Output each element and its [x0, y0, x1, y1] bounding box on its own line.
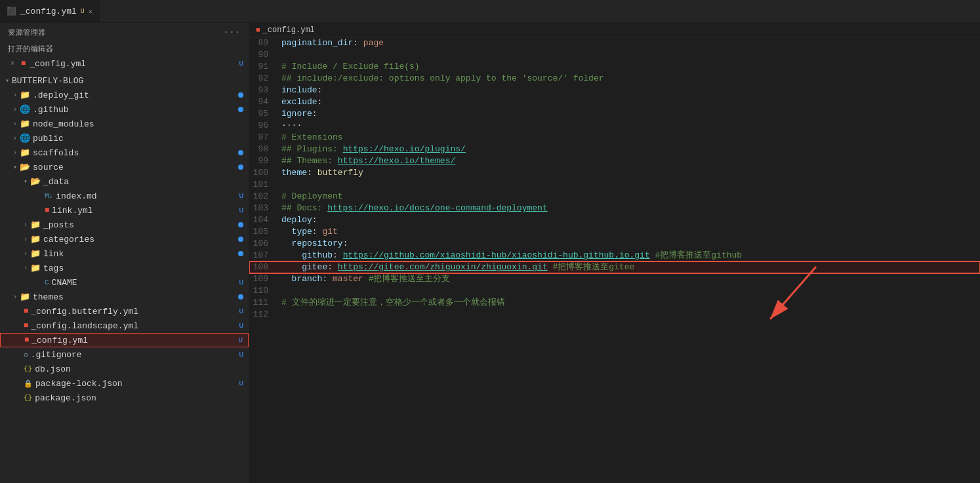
tree-item-data[interactable]: ▾ 📂 _data	[0, 174, 249, 189]
line-number: 93	[249, 85, 279, 96]
tree-item-config-landscape[interactable]: ■ _config.landscape.yml U	[0, 319, 249, 333]
line-content: ## Plugins: https://hexo.io/plugins/	[279, 144, 980, 155]
modified-dot	[238, 237, 243, 242]
code-line-103: 103## Docs: https://hexo.io/docs/one-com…	[249, 203, 980, 214]
tree-item-label: _config.landscape.yml	[31, 321, 138, 331]
breadcrumb: ■ _config.yml	[249, 23, 980, 37]
line-content	[279, 285, 980, 297]
modified-badge: U	[239, 351, 243, 358]
code-line-102: 102# Deployment	[249, 191, 980, 203]
tree-item-github[interactable]: › 🌐 .github	[0, 102, 249, 117]
line-number: 97	[249, 132, 279, 144]
code-line-109: 109 branch: master #把博客推送至主分支	[249, 273, 980, 285]
open-editor-config-yml[interactable]: × ■ _config.yml U	[0, 56, 249, 71]
tree-item-link-yml[interactable]: ■ link.yml U	[0, 203, 249, 218]
tree-item-gitignore[interactable]: ⚙ .gitignore U	[0, 347, 249, 362]
line-content: ## Themes: https://hexo.io/themes/	[279, 155, 980, 167]
code-line-91: 91# Include / Exclude file(s)	[249, 61, 980, 73]
tree-item-cname[interactable]: C CNAME U	[0, 275, 249, 290]
modified-badge: U	[239, 379, 243, 387]
line-content: gitee: https://gitee.com/zhiguoxin/zhigu…	[279, 261, 980, 273]
tree-item-label: db.json	[35, 364, 71, 374]
line-content	[279, 309, 980, 320]
line-content: ## Docs: https://hexo.io/docs/one-comman…	[279, 203, 980, 214]
line-number: 108	[249, 261, 279, 273]
tree-item-package-json[interactable]: {} package.json	[0, 391, 249, 405]
tree-item-label: link	[43, 249, 64, 259]
tree-item-categories[interactable]: › 📁 categories	[0, 232, 249, 246]
file-yml-icon: ■	[24, 321, 28, 330]
line-content: ····	[279, 120, 980, 132]
editor-content[interactable]: 89pagination_dir: page90 91# Include / E…	[249, 37, 980, 483]
tree-item-node-modules[interactable]: › 📁 node_modules	[0, 117, 249, 131]
tree-item-source[interactable]: ▾ 📂 source	[0, 160, 249, 174]
chevron-right-icon: ›	[13, 149, 17, 157]
modified-badge: U	[239, 279, 243, 286]
tree-item-public[interactable]: › 🌐 public	[0, 131, 249, 145]
modified-badge: U	[239, 206, 243, 214]
modified-dot	[238, 294, 243, 299]
globe-icon: 🌐	[20, 104, 30, 115]
line-content	[279, 49, 980, 61]
line-number: 91	[249, 61, 279, 73]
folder-icon: 📁	[30, 248, 41, 259]
folder-icon: 📁	[20, 90, 30, 100]
code-line-99: 99## Themes: https://hexo.io/themes/	[249, 155, 980, 167]
tree-item-package-lock[interactable]: 🔒 package-lock.json U	[0, 376, 249, 391]
tree-item-themes[interactable]: › 📁 themes	[0, 290, 249, 304]
chevron-down-icon: ▾	[5, 77, 9, 85]
line-number: 92	[249, 73, 279, 85]
code-line-107: 107 github: https://github.com/xiaoshidi…	[249, 250, 980, 261]
chevron-right-icon: ›	[13, 135, 17, 142]
globe-icon: 🌐	[20, 133, 30, 144]
tree-item-label: link.yml	[52, 206, 92, 216]
code-line-104: 104deploy:	[249, 214, 980, 226]
close-icon[interactable]: ×	[10, 60, 14, 68]
line-content: ignore:	[279, 108, 980, 120]
sidebar-menu-dots[interactable]: ···	[223, 27, 241, 37]
tree-item-index-md[interactable]: M↓ index.md U	[0, 189, 249, 203]
file-yml-icon: ■	[21, 59, 26, 68]
tree-item-scaffolds[interactable]: › 📁 scaffolds	[0, 145, 249, 160]
tree-item-label: package-lock.json	[35, 379, 123, 389]
tree-item-label: index.md	[56, 191, 96, 201]
line-number: 99	[249, 155, 279, 167]
line-content: github: https://github.com/xiaoshidi-hub…	[279, 250, 980, 261]
tree-item-config-yml[interactable]: ■ _config.yml U	[0, 333, 249, 347]
tree-item-config-butterfly[interactable]: ■ _config.butterfly.yml U	[0, 304, 249, 319]
code-line-93: 93include:	[249, 85, 980, 96]
code-line-105: 105 type: git	[249, 226, 980, 238]
line-number: 106	[249, 238, 279, 250]
line-content: theme: butterfly	[279, 167, 980, 179]
tree-item-posts[interactable]: › 📁 _posts	[0, 218, 249, 232]
tree-item-label: .gitignore	[31, 350, 82, 360]
tree-item-label: .deploy_git	[33, 90, 89, 100]
line-content: ## include:/exclude: options only apply …	[279, 73, 980, 85]
line-number: 110	[249, 285, 279, 297]
tree-item-db-json[interactable]: {} db.json	[0, 362, 249, 376]
line-number: 100	[249, 167, 279, 179]
tab-close-button[interactable]: ✕	[89, 7, 93, 16]
file-yml-icon: ■	[24, 307, 28, 316]
folder-icon: 📁	[20, 119, 30, 129]
tree-item-deploy-git[interactable]: › 📁 .deploy_git	[0, 88, 249, 102]
tree-root[interactable]: ▾ BUTTERFLY-BLOG	[0, 73, 249, 88]
folder-icon: 📁	[30, 263, 41, 273]
tree-item-label: scaffolds	[33, 148, 79, 158]
tab-config-yml[interactable]: ⬛ _config.yml U ✕	[0, 0, 100, 22]
tree-item-label: categories	[43, 235, 94, 244]
tree-item-label: .github	[33, 105, 69, 115]
file-json-icon: {}	[24, 394, 32, 402]
modified-badge: U	[239, 322, 243, 330]
file-gitignore-icon: ⚙	[24, 351, 28, 359]
tree-item-label: themes	[33, 292, 64, 302]
tree-item-tags[interactable]: › 📁 tags	[0, 261, 249, 275]
modified-badge: U	[239, 192, 243, 200]
tab-bar: ⬛ _config.yml U ✕	[0, 0, 980, 23]
modified-dot	[238, 222, 243, 227]
line-content: type: git	[279, 226, 980, 238]
file-yml-icon: ■	[24, 336, 29, 345]
breadcrumb-file-icon: ■	[256, 26, 260, 34]
tree-item-label: _data	[43, 177, 69, 187]
tree-item-link[interactable]: › 📁 link	[0, 246, 249, 261]
